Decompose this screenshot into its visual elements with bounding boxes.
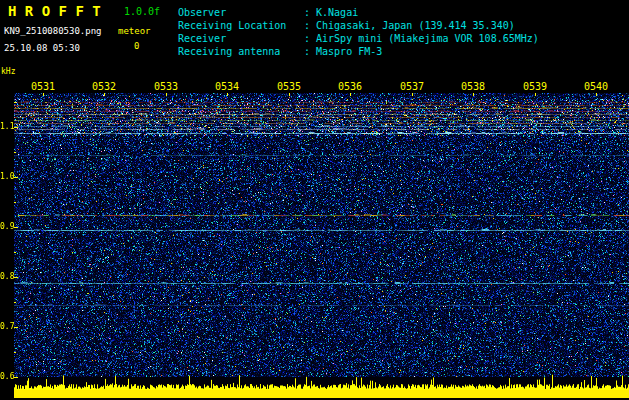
freq-label: 0.8: [0, 272, 13, 281]
freq-label: 1.1: [0, 122, 13, 131]
info-label: Receiving Location: [178, 20, 304, 31]
time-label: 0533: [153, 81, 179, 92]
freq-label: 0.6: [0, 372, 13, 381]
freq-label: 0.7: [0, 322, 13, 331]
time-label: 0536: [337, 81, 363, 92]
time-label: 0537: [399, 81, 425, 92]
time-label: 0534: [214, 81, 240, 92]
time-label: 0539: [522, 81, 548, 92]
time-label: 0531: [30, 81, 56, 92]
info-label: Observer: [178, 7, 304, 18]
app-version: 1.0.0f: [124, 6, 160, 17]
freq-label: 1.0: [0, 172, 13, 181]
meteor-count-value: 0: [134, 41, 139, 51]
meteor-count-label: meteor: [118, 26, 151, 36]
output-filename: KN9_2510080530.png: [4, 26, 102, 36]
time-label: 0535: [276, 81, 302, 92]
info-label: Receiver: [178, 33, 304, 44]
observation-datetime: 25.10.08 05:30: [4, 43, 80, 53]
info-value: : Maspro FM-3: [304, 46, 382, 57]
info-value: : K.Nagai: [304, 7, 358, 18]
info-row: Observer: K.Nagai: [178, 7, 539, 20]
time-label: 0532: [91, 81, 117, 92]
freq-label: 0.9: [0, 222, 13, 231]
info-row: Receiving antenna: Maspro FM-3: [178, 46, 539, 59]
info-row: Receiver: AirSpy mini (Miakejima VOR 108…: [178, 33, 539, 46]
station-info-panel: Observer: K.NagaiReceiving Location: Chi…: [178, 7, 539, 59]
info-label: Receiving antenna: [178, 46, 304, 57]
spectrogram-canvas: [14, 93, 629, 398]
time-label: 0538: [460, 81, 486, 92]
info-value: : AirSpy mini (Miakejima VOR 108.65MHz): [304, 33, 539, 44]
app-title: H R O F F T: [8, 3, 101, 19]
info-value: : Chigasaki, Japan (139.414 35.340): [304, 20, 515, 31]
frequency-unit-label: kHz: [1, 67, 15, 76]
info-row: Receiving Location: Chigasaki, Japan (13…: [178, 20, 539, 33]
hrofft-window: H R O F F T 1.0.0f KN9_2510080530.png me…: [0, 0, 629, 400]
time-label: 0540: [583, 81, 609, 92]
